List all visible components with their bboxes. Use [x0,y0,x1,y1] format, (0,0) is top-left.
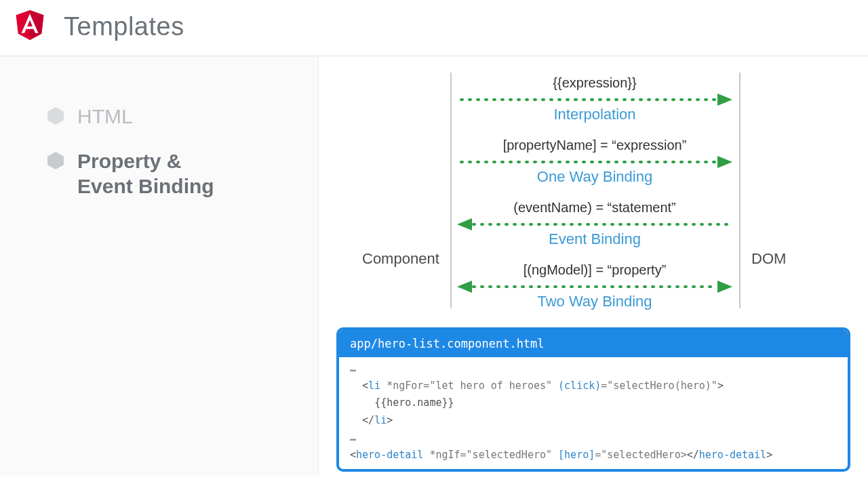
sidebar: HTML Property & Event Binding [0,56,319,476]
diagram-syntax: {{expression}} [457,75,732,91]
binding-diagram: Component DOM {{expression}} Interpolati… [336,68,850,312]
diagram-row-oneway: [propertyName] = “expression” One Way Bi… [457,138,732,186]
svg-marker-3 [717,156,732,168]
main: HTML Property & Event Binding Component … [0,56,868,476]
code-panel: app/hero-list.component.html … <li *ngFo… [336,327,850,472]
diagram-syntax: [(ngModel)] = “property” [457,262,732,278]
diagram-divider-right [739,73,741,308]
svg-marker-5 [457,218,472,230]
header: Templates [0,0,868,56]
diagram-label-dom: DOM [751,250,786,268]
diagram-binding-name: Interpolation [457,106,732,123]
arrow-left-icon [457,217,732,232]
code-line: … [350,429,837,447]
hexagon-icon [46,151,65,170]
diagram-binding-name: Event Binding [457,230,732,248]
diagram-divider-left [450,73,452,308]
arrow-both-icon [457,279,732,294]
sidebar-item-property-event-binding[interactable]: Property & Event Binding [46,148,291,199]
diagram-row-twoway: [(ngModel)] = “property” Two Way Binding [457,262,732,310]
code-file-name: app/hero-list.component.html [339,330,848,357]
diagram-row-event: (eventName) = “statement” Event Binding [457,200,732,248]
code-line: … [350,360,837,378]
content: Component DOM {{expression}} Interpolati… [319,56,868,476]
angular-logo-icon [15,9,45,43]
svg-marker-8 [717,281,732,293]
arrow-right-icon [457,155,732,169]
hexagon-icon [46,106,65,125]
diagram-row-interpolation: {{expression}} Interpolation [457,75,732,123]
svg-marker-7 [457,281,472,293]
page-title: Templates [64,12,184,41]
diagram-binding-name: One Way Binding [457,168,732,186]
diagram-label-component: Component [362,250,439,268]
sidebar-item-label: Property & Event Binding [77,148,214,199]
code-line: <hero-detail *ngIf="selectedHero" [hero]… [350,447,837,464]
code-line: {{hero.name}} [350,394,837,412]
diagram-binding-name: Two Way Binding [457,293,732,310]
code-line: </li> [350,412,837,430]
code-line: <li *ngFor="let hero of heroes" (click)=… [350,378,837,395]
sidebar-item-html[interactable]: HTML [46,104,291,129]
svg-marker-1 [717,94,732,106]
sidebar-item-label: HTML [77,104,133,129]
diagram-syntax: [propertyName] = “expression” [457,138,732,153]
code-body: … <li *ngFor="let hero of heroes" (click… [339,357,848,469]
diagram-syntax: (eventName) = “statement” [457,200,732,216]
arrow-right-icon [457,92,732,107]
